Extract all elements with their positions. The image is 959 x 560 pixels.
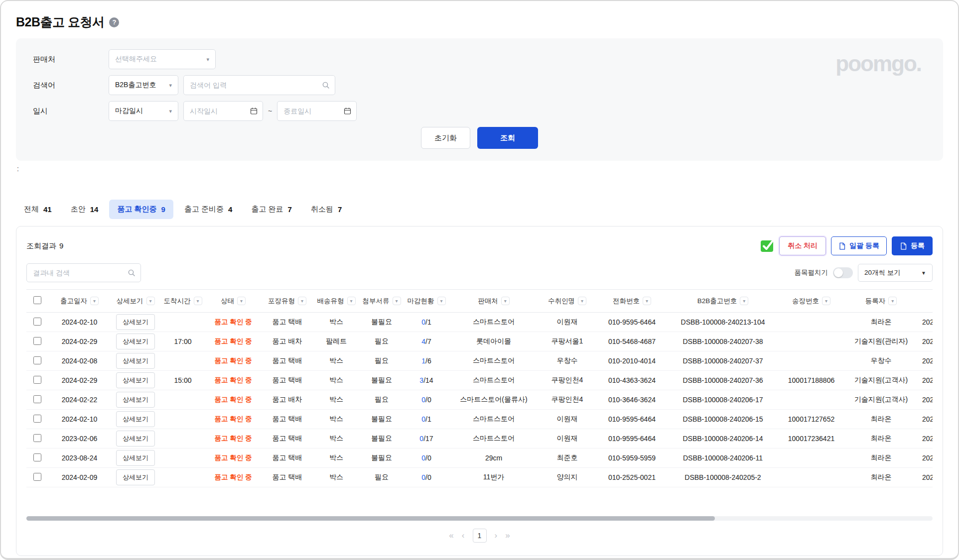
detail-view-button[interactable]: 상세보기 — [116, 411, 155, 427]
deadline-done-link[interactable]: 0 — [421, 415, 425, 423]
column-filter-icon[interactable]: ▾ — [393, 297, 401, 305]
row-select-cell — [26, 429, 48, 448]
attachment-cell: 필요 — [359, 390, 404, 410]
row-checkbox[interactable] — [33, 415, 41, 423]
column-filter-icon[interactable]: ▾ — [643, 297, 651, 305]
row-checkbox[interactable] — [33, 453, 41, 461]
deadline-done-link[interactable]: 0 — [421, 318, 425, 326]
row-checkbox[interactable] — [33, 395, 41, 403]
column-filter-icon[interactable]: ▾ — [578, 297, 586, 305]
date-type-select[interactable]: 마감일시 ▾ — [109, 101, 178, 121]
deadline-done-link[interactable]: 0 — [421, 473, 425, 481]
results-search-input[interactable] — [26, 263, 141, 282]
arrival-cell: 17:00 — [160, 332, 205, 351]
column-filter-icon[interactable]: ▾ — [822, 297, 830, 305]
inner-search-wrap — [26, 263, 141, 282]
detail-view-button[interactable]: 상세보기 — [116, 353, 155, 369]
seller-select[interactable]: 선택해주세요 ▾ — [109, 49, 216, 69]
status-badge: 품고 확인 중 — [214, 435, 252, 442]
row-checkbox[interactable] — [33, 434, 41, 442]
tab-6[interactable]: 취소됨7 — [303, 200, 350, 219]
cancel-process-button[interactable]: 취소 처리 — [779, 236, 826, 255]
help-icon[interactable]: ? — [109, 17, 119, 27]
row-checkbox[interactable] — [33, 318, 41, 326]
registrant-cell: 기술지원(관리자) — [845, 332, 917, 351]
pagination-first[interactable]: « — [449, 531, 453, 541]
detail-view-button[interactable]: 상세보기 — [116, 334, 155, 349]
horizontal-scrollbar-track[interactable] — [26, 516, 933, 521]
reset-button[interactable]: 초기화 — [421, 127, 470, 149]
registrant-cell: 최라온 — [845, 468, 917, 487]
deadline-done-link[interactable]: 3 — [419, 376, 423, 384]
detail-view-button[interactable]: 상세보기 — [116, 469, 155, 485]
tab-3[interactable]: 품고 확인중9 — [109, 200, 173, 219]
tab-label: 초안 — [71, 205, 86, 214]
detail-cell: 상세보기 — [111, 351, 160, 371]
b2b_no-cell: DSBB-100008-240206-14 — [668, 429, 778, 448]
column-filter-icon[interactable]: ▾ — [90, 297, 99, 305]
column-filter-icon[interactable]: ▾ — [501, 297, 510, 305]
row-checkbox[interactable] — [33, 337, 41, 345]
row-checkbox[interactable] — [33, 473, 41, 481]
search-button[interactable]: 조회 — [477, 127, 538, 149]
deadline-total: /14 — [423, 376, 433, 384]
column-filter-icon[interactable]: ▾ — [347, 297, 356, 305]
bulk-register-button[interactable]: 일괄 등록 — [831, 236, 887, 255]
column-header-arrival: 도착시간▾ — [160, 290, 205, 313]
pagination-prev[interactable]: ‹ — [462, 531, 465, 541]
tab-5[interactable]: 출고 완료7 — [243, 200, 300, 219]
packaging-cell: 품고 택배 — [261, 410, 313, 429]
tab-2[interactable]: 초안14 — [63, 200, 107, 219]
detail-view-button[interactable]: 상세보기 — [116, 431, 155, 447]
detail-view-button[interactable]: 상세보기 — [116, 314, 155, 330]
pagination-next[interactable]: › — [495, 531, 498, 541]
deadline-done-link[interactable]: 0 — [421, 454, 425, 462]
pagination-last[interactable]: » — [505, 531, 510, 541]
column-filter-icon[interactable]: ▾ — [437, 297, 446, 305]
column-filter-icon[interactable]: ▾ — [146, 297, 155, 305]
attachment-cell: 필요 — [359, 468, 404, 487]
detail-view-button[interactable]: 상세보기 — [116, 392, 155, 408]
calendar-icon[interactable] — [344, 108, 351, 115]
tab-count: 41 — [43, 205, 52, 214]
green-check-icon[interactable] — [760, 239, 774, 253]
horizontal-scrollbar-thumb[interactable] — [26, 516, 715, 521]
tab-4[interactable]: 출고 준비중4 — [176, 200, 241, 219]
seller-cell: 스마트스토어 — [449, 313, 539, 332]
chevron-down-icon: ▾ — [169, 108, 172, 114]
column-filter-icon[interactable]: ▾ — [888, 297, 897, 305]
pagination-page-1[interactable]: 1 — [473, 529, 487, 543]
delivery-cell: 박스 — [313, 448, 359, 468]
row-checkbox[interactable] — [33, 376, 41, 384]
column-filter-icon[interactable]: ▾ — [298, 297, 306, 305]
results-table: 출고일자▾상세보기▾도착시간▾상태▾포장유형▾배송유형▾첨부서류▾마감현황▾판매… — [26, 289, 933, 487]
detail-view-button[interactable]: 상세보기 — [116, 450, 155, 466]
seller-cell: 11번가 — [449, 468, 539, 487]
poomgo-logo: poomgo. — [835, 51, 921, 76]
deadline-done-link[interactable]: 4 — [421, 337, 425, 345]
column-label: 출고일자 — [60, 297, 87, 305]
register-button[interactable]: 등록 — [892, 236, 933, 255]
calendar-icon[interactable] — [250, 108, 258, 115]
expand-items-toggle[interactable] — [833, 267, 853, 278]
row-checkbox[interactable] — [33, 356, 41, 364]
deadline-done-link[interactable]: 1 — [421, 357, 425, 365]
column-filter-icon[interactable]: ▾ — [194, 297, 202, 305]
deadline-done-link[interactable]: 0 — [421, 396, 425, 404]
column-header-detail: 상세보기▾ — [111, 290, 160, 313]
column-header-registrant: 등록자▾ — [845, 290, 917, 313]
date-cell: 2024-02-22 — [48, 390, 111, 410]
keyword-type-select[interactable]: B2B출고번호 ▾ — [109, 75, 178, 95]
column-filter-icon[interactable]: ▾ — [740, 297, 748, 305]
select-all-checkbox[interactable] — [33, 296, 41, 304]
tab-1[interactable]: 전체41 — [16, 200, 60, 219]
page-size-select[interactable]: 20개씩 보기 ▼ — [858, 264, 933, 282]
column-filter-icon[interactable]: ▾ — [237, 297, 246, 305]
deadline-total: /17 — [423, 435, 433, 443]
deadline-done-link[interactable]: 0 — [419, 435, 423, 443]
column-header-seller: 판매처▾ — [449, 290, 539, 313]
select-all-header — [26, 290, 48, 313]
keyword-input[interactable] — [183, 75, 335, 95]
results-card: 조회결과 9 취소 처리 일괄 등록 — [16, 226, 943, 556]
detail-view-button[interactable]: 상세보기 — [116, 372, 155, 388]
